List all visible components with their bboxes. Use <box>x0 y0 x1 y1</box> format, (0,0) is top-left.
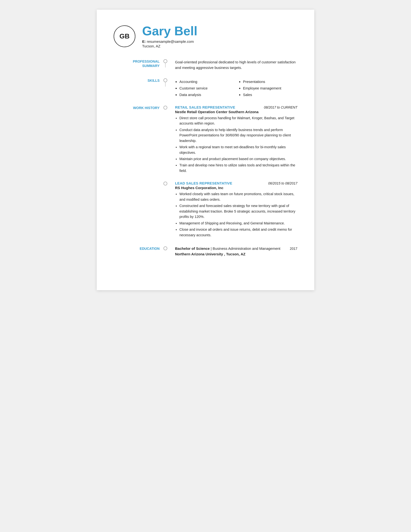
job2-title: LEAD SALES REPRESENTATIVE <box>175 181 232 185</box>
skills-grid: Accounting Customer service Data analysi… <box>175 78 297 98</box>
summary-text: Goal-oriented professional dedicated to … <box>175 59 297 71</box>
work-timeline-2 <box>159 181 171 185</box>
edu-degree: Bachelor of Science | Business Administr… <box>175 246 280 251</box>
education-label: EDUCATION <box>140 247 159 251</box>
job2-company: RS Hughes Corporation, Inc <box>175 186 297 190</box>
job2-bullet: Worked closely with sales team on future… <box>179 191 297 202</box>
job2-bullet: Close and invoice all orders and issue r… <box>179 227 297 238</box>
job2-row: LEAD SALES REPRESENTATIVE 06/2015 to 08/… <box>159 181 297 239</box>
education-section: EDUCATION Bachelor of Science | Business… <box>114 246 297 256</box>
professional-summary-section: PROFESSIONALSUMMARY Goal-oriented profes… <box>114 59 297 78</box>
skills-label-col: SKILLS <box>114 78 159 83</box>
skill-item: Employee management <box>243 85 297 91</box>
skills-col2: Presentations Employee management Sales <box>239 78 297 98</box>
skills-timeline <box>159 78 171 82</box>
summary-content: Goal-oriented professional dedicated to … <box>171 59 297 71</box>
work-history-label: WORK HISTORY <box>133 106 159 110</box>
email-label: E: <box>142 39 146 44</box>
work-history-label-col: WORK HISTORY <box>114 105 159 110</box>
job1-bullets: Direct store call process handling for W… <box>175 115 297 174</box>
work-dot-2 <box>163 182 167 185</box>
job-block-1: RETAIL SALES REPRESENTATIVE 08/2017 to C… <box>175 105 297 174</box>
work-history-content: RETAIL SALES REPRESENTATIVE 08/2017 to C… <box>171 105 297 239</box>
header-section: GB Gary Bell E: resumesample@sample.com … <box>114 24 297 48</box>
work-history-section: WORK HISTORY RETAIL SALES REPRESENTATIVE… <box>114 105 297 246</box>
resume-page: GB Gary Bell E: resumesample@sample.com … <box>97 10 314 290</box>
skills-content: Accounting Customer service Data analysi… <box>171 78 297 98</box>
skill-item: Sales <box>243 91 297 98</box>
edu-year: 2017 <box>290 247 297 250</box>
summary-label: PROFESSIONALSUMMARY <box>133 59 159 68</box>
work-history-inner: RETAIL SALES REPRESENTATIVE 08/2017 to C… <box>159 105 297 239</box>
skills-line <box>165 82 166 86</box>
skills-dot <box>163 78 167 82</box>
summary-dot <box>163 59 167 63</box>
skill-item: Presentations <box>243 78 297 85</box>
skills-label: SKILLS <box>148 78 159 83</box>
job1-dates: 08/2017 to CURRENT <box>264 105 297 109</box>
job1-bullet: Conduct data analysis to help identify b… <box>179 127 297 143</box>
header-location: Tucson, AZ <box>142 44 197 48</box>
job1-header: RETAIL SALES REPRESENTATIVE 08/2017 to C… <box>175 105 297 109</box>
edu-degree-row: Bachelor of Science | Business Administr… <box>175 246 297 251</box>
education-content: Bachelor of Science | Business Administr… <box>171 246 297 256</box>
job2-content: LEAD SALES REPRESENTATIVE 06/2015 to 08/… <box>171 181 297 239</box>
summary-label-col: PROFESSIONALSUMMARY <box>114 59 159 68</box>
job1-title: RETAIL SALES REPRESENTATIVE <box>175 105 235 109</box>
job1-bullet: Maintain price and product placement bas… <box>179 156 297 162</box>
skill-item: Customer service <box>179 85 234 91</box>
candidate-name: Gary Bell <box>142 24 197 38</box>
skills-col1: Accounting Customer service Data analysi… <box>175 78 234 98</box>
work-dot-1 <box>163 106 167 110</box>
avatar-initials: GB <box>120 32 130 40</box>
summary-line <box>165 63 166 67</box>
job2-bullet: Constructed and forecasted sales strateg… <box>179 203 297 219</box>
education-label-col: EDUCATION <box>114 246 159 251</box>
resume-content: PROFESSIONALSUMMARY Goal-oriented profes… <box>114 59 297 256</box>
job2-header: LEAD SALES REPRESENTATIVE 06/2015 to 08/… <box>175 181 297 185</box>
education-timeline <box>159 246 171 250</box>
summary-timeline <box>159 59 171 63</box>
work-timeline-1 <box>159 105 171 110</box>
avatar: GB <box>114 25 135 47</box>
job1-bullet: Direct store call process handling for W… <box>179 115 297 126</box>
job2-dates: 06/2015 to 08/2017 <box>268 181 297 185</box>
job2-bullet: Management of Shipping and Receiving, an… <box>179 220 297 226</box>
education-dot <box>163 247 167 250</box>
header-info: Gary Bell E: resumesample@sample.com Tuc… <box>142 24 197 48</box>
edu-school: Northern Arizona University , Tucson, AZ <box>175 252 297 256</box>
skill-item: Data analysis <box>179 91 234 98</box>
job1-company: Nestle Retail Operation Center Southern … <box>175 110 297 114</box>
job2-bullets: Worked closely with sales team on future… <box>175 191 297 238</box>
header-email: E: resumesample@sample.com <box>142 39 197 44</box>
email-value: resumesample@sample.com <box>147 39 194 44</box>
job1-bullet: Work with a regional team to meet set-de… <box>179 144 297 155</box>
skills-section: SKILLS Accounting Customer service Data … <box>114 78 297 105</box>
job-block-2: LEAD SALES REPRESENTATIVE 06/2015 to 08/… <box>175 181 297 238</box>
job1-bullet: Train and develop new hires to utilize s… <box>179 162 297 173</box>
skill-item: Accounting <box>179 78 234 85</box>
